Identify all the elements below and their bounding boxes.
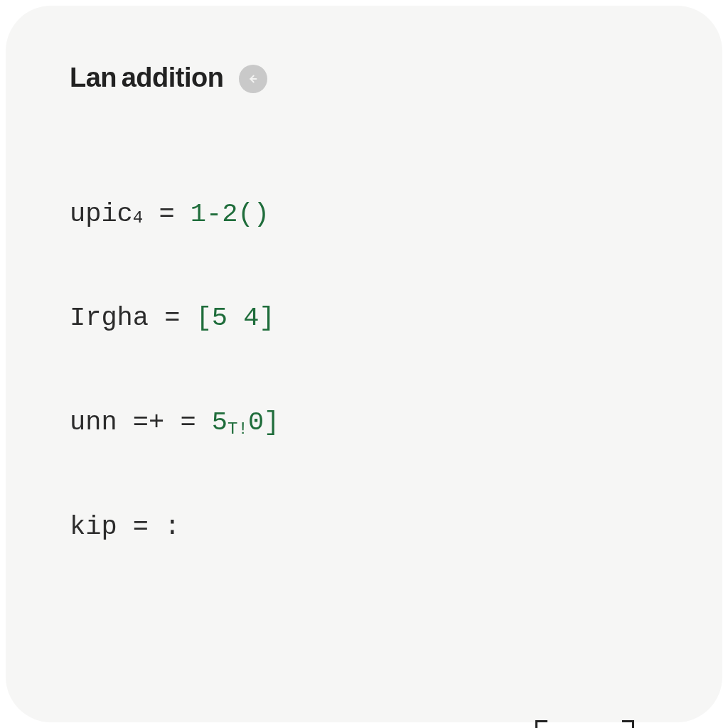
bracket-left-icon: [535, 720, 553, 728]
code-line-3: unn =+ = 5T!0]: [70, 405, 665, 441]
run-icon[interactable]: [239, 65, 267, 93]
section-header: Lan addition: [70, 63, 665, 93]
matrix: 1+1 7-8: [535, 720, 634, 728]
bracket-right-icon: [616, 720, 634, 728]
document-card: Lan addition upic4 = 1-2() Irgha = [5 4]…: [6, 6, 722, 722]
formula-row: (vaarablaci(2 + (1.4342) = : + 1+1 7-8 -…: [70, 720, 665, 728]
title-word-1: Lan: [70, 63, 117, 93]
title-word-2: addition: [122, 63, 224, 93]
matrix-column: 1+1 7-8: [553, 720, 616, 728]
code-line-1: upic4 = 1-2(): [70, 197, 665, 232]
code-line-2: Irgha = [5 4]: [70, 301, 665, 336]
code-line-4: kip = :: [70, 510, 665, 545]
code-block: upic4 = 1-2() Irgha = [5 4] unn =+ = 5T!…: [70, 127, 665, 614]
